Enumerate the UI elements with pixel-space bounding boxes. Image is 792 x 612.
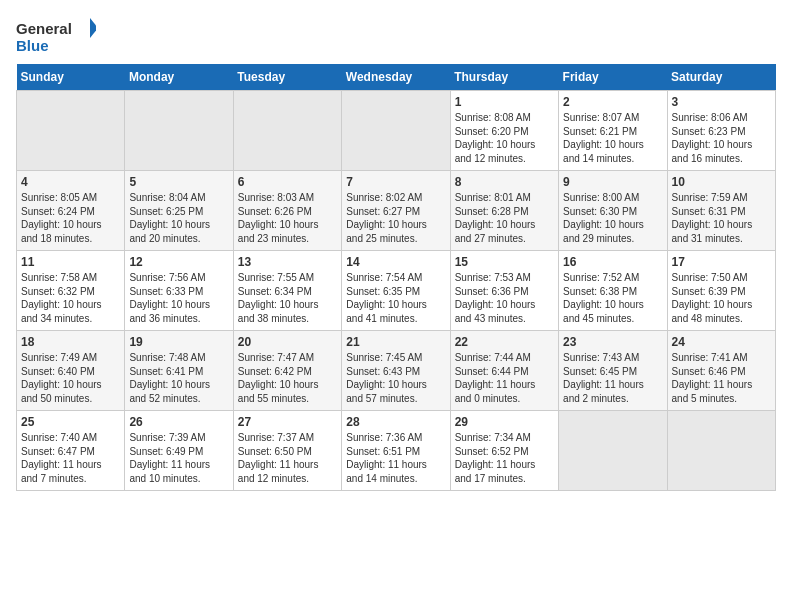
day-info: Sunrise: 8:04 AM Sunset: 6:25 PM Dayligh…: [129, 191, 228, 245]
day-number: 7: [346, 175, 445, 189]
calendar-cell: 5Sunrise: 8:04 AM Sunset: 6:25 PM Daylig…: [125, 171, 233, 251]
calendar-cell: 8Sunrise: 8:01 AM Sunset: 6:28 PM Daylig…: [450, 171, 558, 251]
column-header-thursday: Thursday: [450, 64, 558, 91]
calendar-cell: 4Sunrise: 8:05 AM Sunset: 6:24 PM Daylig…: [17, 171, 125, 251]
day-number: 29: [455, 415, 554, 429]
calendar-cell: 3Sunrise: 8:06 AM Sunset: 6:23 PM Daylig…: [667, 91, 775, 171]
day-info: Sunrise: 7:49 AM Sunset: 6:40 PM Dayligh…: [21, 351, 120, 405]
day-number: 13: [238, 255, 337, 269]
day-number: 14: [346, 255, 445, 269]
day-info: Sunrise: 7:45 AM Sunset: 6:43 PM Dayligh…: [346, 351, 445, 405]
logo-svg: General Blue: [16, 16, 96, 56]
day-info: Sunrise: 7:44 AM Sunset: 6:44 PM Dayligh…: [455, 351, 554, 405]
calendar-cell: 19Sunrise: 7:48 AM Sunset: 6:41 PM Dayli…: [125, 331, 233, 411]
calendar-cell: 23Sunrise: 7:43 AM Sunset: 6:45 PM Dayli…: [559, 331, 667, 411]
day-number: 19: [129, 335, 228, 349]
day-info: Sunrise: 8:05 AM Sunset: 6:24 PM Dayligh…: [21, 191, 120, 245]
calendar-cell: 18Sunrise: 7:49 AM Sunset: 6:40 PM Dayli…: [17, 331, 125, 411]
day-number: 15: [455, 255, 554, 269]
calendar-cell: [17, 91, 125, 171]
calendar-cell: 21Sunrise: 7:45 AM Sunset: 6:43 PM Dayli…: [342, 331, 450, 411]
calendar-cell: 14Sunrise: 7:54 AM Sunset: 6:35 PM Dayli…: [342, 251, 450, 331]
calendar-cell: 11Sunrise: 7:58 AM Sunset: 6:32 PM Dayli…: [17, 251, 125, 331]
day-number: 21: [346, 335, 445, 349]
calendar-cell: 9Sunrise: 8:00 AM Sunset: 6:30 PM Daylig…: [559, 171, 667, 251]
day-info: Sunrise: 8:01 AM Sunset: 6:28 PM Dayligh…: [455, 191, 554, 245]
calendar-cell: 20Sunrise: 7:47 AM Sunset: 6:42 PM Dayli…: [233, 331, 341, 411]
day-info: Sunrise: 8:06 AM Sunset: 6:23 PM Dayligh…: [672, 111, 771, 165]
svg-text:Blue: Blue: [16, 37, 49, 54]
day-info: Sunrise: 8:03 AM Sunset: 6:26 PM Dayligh…: [238, 191, 337, 245]
calendar-cell: [667, 411, 775, 491]
day-info: Sunrise: 8:00 AM Sunset: 6:30 PM Dayligh…: [563, 191, 662, 245]
day-info: Sunrise: 8:07 AM Sunset: 6:21 PM Dayligh…: [563, 111, 662, 165]
day-info: Sunrise: 8:02 AM Sunset: 6:27 PM Dayligh…: [346, 191, 445, 245]
calendar-cell: 22Sunrise: 7:44 AM Sunset: 6:44 PM Dayli…: [450, 331, 558, 411]
day-info: Sunrise: 7:50 AM Sunset: 6:39 PM Dayligh…: [672, 271, 771, 325]
day-info: Sunrise: 7:54 AM Sunset: 6:35 PM Dayligh…: [346, 271, 445, 325]
day-number: 18: [21, 335, 120, 349]
day-number: 2: [563, 95, 662, 109]
day-info: Sunrise: 7:52 AM Sunset: 6:38 PM Dayligh…: [563, 271, 662, 325]
calendar-cell: 16Sunrise: 7:52 AM Sunset: 6:38 PM Dayli…: [559, 251, 667, 331]
day-info: Sunrise: 7:59 AM Sunset: 6:31 PM Dayligh…: [672, 191, 771, 245]
day-number: 12: [129, 255, 228, 269]
day-number: 28: [346, 415, 445, 429]
calendar-cell: 13Sunrise: 7:55 AM Sunset: 6:34 PM Dayli…: [233, 251, 341, 331]
svg-text:General: General: [16, 20, 72, 37]
calendar-cell: 25Sunrise: 7:40 AM Sunset: 6:47 PM Dayli…: [17, 411, 125, 491]
day-number: 11: [21, 255, 120, 269]
day-info: Sunrise: 7:47 AM Sunset: 6:42 PM Dayligh…: [238, 351, 337, 405]
calendar-table: SundayMondayTuesdayWednesdayThursdayFrid…: [16, 64, 776, 491]
day-number: 24: [672, 335, 771, 349]
calendar-cell: 6Sunrise: 8:03 AM Sunset: 6:26 PM Daylig…: [233, 171, 341, 251]
calendar-cell: 2Sunrise: 8:07 AM Sunset: 6:21 PM Daylig…: [559, 91, 667, 171]
calendar-cell: 12Sunrise: 7:56 AM Sunset: 6:33 PM Dayli…: [125, 251, 233, 331]
calendar-cell: 1Sunrise: 8:08 AM Sunset: 6:20 PM Daylig…: [450, 91, 558, 171]
logo: General Blue: [16, 16, 96, 56]
calendar-cell: [342, 91, 450, 171]
day-number: 9: [563, 175, 662, 189]
calendar-cell: [233, 91, 341, 171]
day-info: Sunrise: 7:41 AM Sunset: 6:46 PM Dayligh…: [672, 351, 771, 405]
day-number: 16: [563, 255, 662, 269]
day-number: 6: [238, 175, 337, 189]
day-info: Sunrise: 7:56 AM Sunset: 6:33 PM Dayligh…: [129, 271, 228, 325]
day-number: 27: [238, 415, 337, 429]
day-number: 22: [455, 335, 554, 349]
day-info: Sunrise: 7:48 AM Sunset: 6:41 PM Dayligh…: [129, 351, 228, 405]
day-info: Sunrise: 7:37 AM Sunset: 6:50 PM Dayligh…: [238, 431, 337, 485]
day-number: 26: [129, 415, 228, 429]
calendar-cell: 29Sunrise: 7:34 AM Sunset: 6:52 PM Dayli…: [450, 411, 558, 491]
calendar-cell: 28Sunrise: 7:36 AM Sunset: 6:51 PM Dayli…: [342, 411, 450, 491]
day-info: Sunrise: 7:43 AM Sunset: 6:45 PM Dayligh…: [563, 351, 662, 405]
day-info: Sunrise: 7:58 AM Sunset: 6:32 PM Dayligh…: [21, 271, 120, 325]
day-number: 20: [238, 335, 337, 349]
column-header-friday: Friday: [559, 64, 667, 91]
day-info: Sunrise: 7:34 AM Sunset: 6:52 PM Dayligh…: [455, 431, 554, 485]
calendar-cell: 27Sunrise: 7:37 AM Sunset: 6:50 PM Dayli…: [233, 411, 341, 491]
day-info: Sunrise: 7:36 AM Sunset: 6:51 PM Dayligh…: [346, 431, 445, 485]
calendar-cell: [559, 411, 667, 491]
day-info: Sunrise: 8:08 AM Sunset: 6:20 PM Dayligh…: [455, 111, 554, 165]
page-header: General Blue: [16, 16, 776, 56]
day-info: Sunrise: 7:40 AM Sunset: 6:47 PM Dayligh…: [21, 431, 120, 485]
column-header-sunday: Sunday: [17, 64, 125, 91]
column-header-wednesday: Wednesday: [342, 64, 450, 91]
day-number: 25: [21, 415, 120, 429]
day-info: Sunrise: 7:39 AM Sunset: 6:49 PM Dayligh…: [129, 431, 228, 485]
column-header-monday: Monday: [125, 64, 233, 91]
day-info: Sunrise: 7:55 AM Sunset: 6:34 PM Dayligh…: [238, 271, 337, 325]
day-number: 10: [672, 175, 771, 189]
svg-marker-2: [90, 18, 96, 38]
day-number: 17: [672, 255, 771, 269]
calendar-cell: 26Sunrise: 7:39 AM Sunset: 6:49 PM Dayli…: [125, 411, 233, 491]
day-number: 1: [455, 95, 554, 109]
calendar-cell: 24Sunrise: 7:41 AM Sunset: 6:46 PM Dayli…: [667, 331, 775, 411]
calendar-cell: 15Sunrise: 7:53 AM Sunset: 6:36 PM Dayli…: [450, 251, 558, 331]
column-header-saturday: Saturday: [667, 64, 775, 91]
day-number: 8: [455, 175, 554, 189]
day-number: 3: [672, 95, 771, 109]
calendar-cell: [125, 91, 233, 171]
day-info: Sunrise: 7:53 AM Sunset: 6:36 PM Dayligh…: [455, 271, 554, 325]
